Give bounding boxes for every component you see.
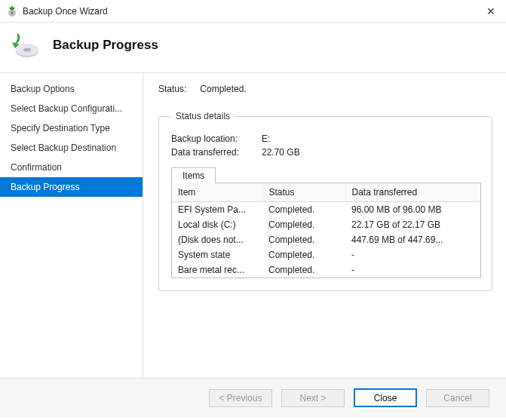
page-title: Backup Progress: [53, 38, 158, 53]
cell-status: Completed.: [262, 262, 345, 277]
nav-select-backup-config[interactable]: Select Backup Configurati...: [0, 99, 143, 118]
wizard-body: Backup Options Select Backup Configurati…: [0, 72, 506, 378]
col-status[interactable]: Status: [262, 183, 345, 202]
svg-point-1: [11, 11, 14, 14]
svg-point-4: [23, 48, 31, 52]
previous-button: < Previous: [209, 389, 272, 407]
tab-items[interactable]: Items: [171, 167, 216, 183]
table-row[interactable]: (Disk does not... Completed. 447.69 MB o…: [172, 232, 480, 247]
cell-item: Bare metal rec...: [172, 262, 262, 277]
cell-item: System state: [172, 247, 262, 262]
status-details-group: Status details Backup location: E: Data …: [158, 111, 492, 291]
cell-xfer: 447.69 MB of 447.69...: [345, 232, 480, 247]
next-button: Next >: [281, 389, 345, 407]
status-line: Status: Completed.: [158, 84, 492, 94]
app-icon: [6, 5, 18, 17]
cell-xfer: 96.00 MB of 96.00 MB: [345, 202, 480, 218]
col-item[interactable]: Item: [172, 183, 262, 202]
nav-backup-progress[interactable]: Backup Progress: [0, 177, 143, 197]
status-value: Completed.: [200, 84, 246, 94]
nav-specify-destination-type[interactable]: Specify Destination Type: [0, 118, 143, 138]
cell-status: Completed.: [262, 232, 345, 247]
wizard-header: Backup Progress: [0, 23, 506, 72]
table-row[interactable]: Bare metal rec... Completed. -: [172, 262, 480, 277]
nav-select-backup-destination[interactable]: Select Backup Destination: [0, 138, 143, 158]
data-transferred-label: Data transferred:: [171, 147, 254, 158]
close-button[interactable]: Close: [354, 388, 417, 407]
table-row[interactable]: Local disk (C:) Completed. 22.17 GB of 2…: [172, 217, 480, 232]
wizard-nav: Backup Options Select Backup Configurati…: [0, 73, 143, 378]
window-title: Backup Once Wizard: [23, 6, 480, 17]
backup-icon: [11, 30, 41, 60]
cell-xfer: -: [345, 262, 480, 277]
status-details-legend: Status details: [171, 111, 235, 121]
cell-item: EFI System Pa...: [172, 202, 262, 218]
backup-location-label: Backup location:: [171, 133, 254, 144]
data-transferred-value: 22.70 GB: [262, 147, 300, 158]
nav-backup-options[interactable]: Backup Options: [0, 79, 143, 99]
nav-confirmation[interactable]: Confirmation: [0, 158, 143, 177]
items-table-wrap: Item Status Data transferred EFI System …: [171, 182, 481, 278]
cell-status: Completed.: [262, 202, 345, 218]
cell-item: (Disk does not...: [172, 232, 262, 247]
wizard-footer: < Previous Next > Close Cancel: [0, 378, 506, 417]
items-table: Item Status Data transferred EFI System …: [172, 183, 480, 277]
cancel-button: Cancel: [426, 389, 489, 407]
cell-xfer: 22.17 GB of 22.17 GB: [345, 217, 480, 232]
table-row[interactable]: EFI System Pa... Completed. 96.00 MB of …: [172, 202, 480, 218]
backup-location-value: E:: [262, 133, 270, 144]
table-row[interactable]: System state Completed. -: [172, 247, 480, 262]
table-header-row: Item Status Data transferred: [172, 183, 480, 202]
wizard-main: Status: Completed. Status details Backup…: [143, 73, 506, 378]
cell-status: Completed.: [262, 217, 345, 232]
titlebar: Backup Once Wizard ✕: [0, 0, 506, 23]
status-label: Status:: [158, 84, 186, 94]
col-data-transferred[interactable]: Data transferred: [345, 183, 480, 202]
cell-status: Completed.: [262, 247, 345, 262]
close-icon[interactable]: ✕: [480, 4, 501, 19]
cell-xfer: -: [345, 247, 480, 262]
cell-item: Local disk (C:): [172, 217, 262, 232]
